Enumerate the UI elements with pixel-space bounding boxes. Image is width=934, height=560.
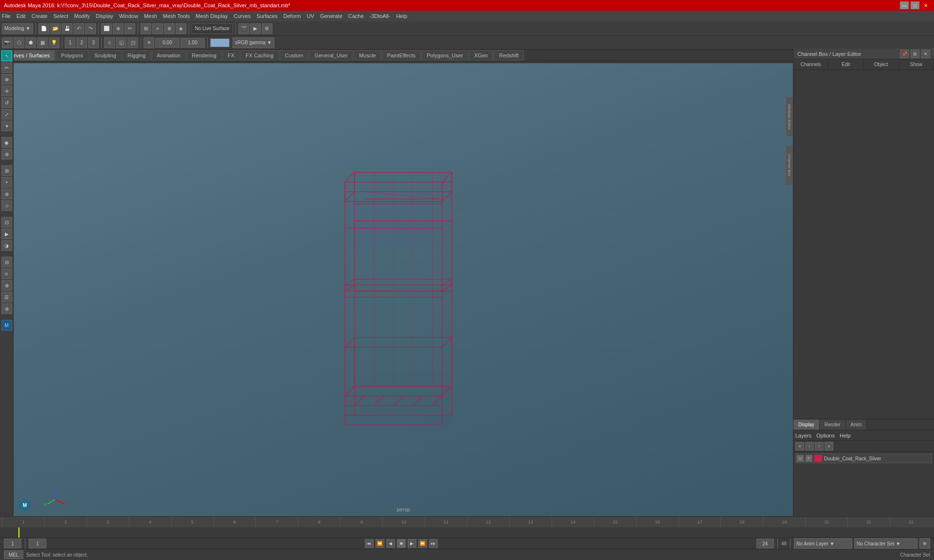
tab-rigging[interactable]: Rigging [122, 50, 151, 61]
gamma-dropdown[interactable]: sRGB gamma ▼ [233, 37, 274, 48]
menu-mesh[interactable]: Mesh [144, 13, 157, 19]
channel-box-lt-button[interactable]: ≡ [1, 268, 12, 279]
tab-muscle[interactable]: Muscle [354, 50, 381, 61]
tab-display[interactable]: Display [793, 420, 820, 430]
tab-general-user[interactable]: General_User [309, 50, 353, 61]
render-lt-button[interactable]: ▶ [1, 228, 12, 239]
workspace-dropdown[interactable]: Modeling ▼ [2, 23, 33, 34]
help-menu[interactable]: Help [840, 433, 851, 438]
tab-polygons[interactable]: Polygons [55, 50, 88, 61]
layers-nav-last[interactable]: » [825, 442, 833, 451]
undo-button[interactable]: ↶ [73, 23, 84, 34]
tab-painteffects[interactable]: PaintEffects [382, 50, 421, 61]
tab-polygons-user[interactable]: Polygons_User [421, 50, 468, 61]
end-frame-input[interactable] [756, 539, 774, 548]
char-set-dropdown[interactable]: No Character Set ▼ [854, 538, 917, 549]
universal-manip-button[interactable]: ✦ [1, 121, 12, 131]
show-manip-button[interactable]: ⊗ [1, 149, 12, 159]
tab-fx[interactable]: FX [222, 50, 240, 61]
light-button[interactable]: 💡 [49, 37, 59, 48]
open-file-button[interactable]: 📂 [50, 23, 61, 34]
render-settings-button[interactable]: ⚙ [262, 23, 272, 34]
select-mode-button[interactable]: ⬜ [101, 23, 112, 34]
save-file-button[interactable]: 💾 [62, 23, 72, 34]
menu-uv[interactable]: UV [307, 13, 314, 19]
playhead[interactable] [18, 527, 19, 538]
layers-nav-first[interactable]: « [795, 442, 804, 451]
menu-mesh-display[interactable]: Mesh Display [196, 13, 228, 19]
menu-file[interactable]: File [2, 13, 11, 19]
layers-menu[interactable]: Layers [795, 433, 811, 438]
menu-display[interactable]: Display [96, 13, 113, 19]
snap-to-grid-lt-button[interactable]: ⊞ [1, 165, 12, 176]
paint-button[interactable]: ✏ [125, 23, 135, 34]
no-live-surface-button[interactable]: No Live Surface [192, 23, 233, 34]
tab-show[interactable]: Show [899, 59, 934, 70]
menu-surfaces[interactable]: Surfaces [256, 13, 277, 19]
start-frame-input[interactable] [4, 539, 21, 548]
rp-float-button[interactable]: ⊞ [911, 50, 919, 58]
outliner-lt-button[interactable]: ☰ [1, 292, 12, 302]
skip-to-end-button[interactable]: ⏭ [429, 539, 438, 548]
value2-input[interactable] [180, 38, 205, 48]
wireframe-button[interactable]: ⬡ [14, 37, 24, 48]
tab-animation[interactable]: Animation [151, 50, 186, 61]
paint-select-button[interactable]: ✏ [1, 62, 12, 73]
close-button[interactable]: ✕ [921, 1, 930, 9]
menu-deform[interactable]: Deform [284, 13, 301, 19]
snap-to-view-lt-button[interactable]: ⊹ [1, 200, 12, 211]
textured-button[interactable]: ▦ [37, 37, 48, 48]
step-back-button[interactable]: ⏪ [376, 539, 384, 548]
layers-nav-next[interactable]: › [815, 442, 824, 451]
render-button[interactable]: 🎬 [238, 23, 249, 34]
menu-modify[interactable]: Modify [74, 13, 90, 19]
history-button[interactable]: ⊡ [1, 217, 12, 228]
channel-box-tab[interactable]: Channel Box [785, 146, 793, 185]
node-editor-lt-button[interactable]: ⊛ [1, 303, 12, 314]
snap-point-button[interactable]: ⊗ [164, 23, 175, 34]
viewport[interactable]: persp X Y Z M [14, 63, 793, 516]
lasso-select-button[interactable]: ⊕ [1, 74, 12, 85]
transform-pivot-button[interactable]: ⊕ [144, 37, 154, 48]
new-file-button[interactable]: 📄 [38, 23, 49, 34]
snap-to-curve-lt-button[interactable]: ⌖ [1, 177, 12, 188]
timeline-track[interactable] [0, 527, 934, 538]
res3-button[interactable]: 3 [88, 37, 99, 48]
menu-3dtall[interactable]: -3DtoAll- [370, 13, 391, 19]
tab-rendering[interactable]: Rendering [186, 50, 222, 61]
snap-to-point-lt-button[interactable]: ⊗ [1, 189, 12, 199]
menu-help[interactable]: Help [396, 13, 407, 19]
snap-grid-button[interactable]: ⊞ [141, 23, 151, 34]
rotate-button[interactable]: ↺ [1, 97, 12, 108]
tab-anim-layer[interactable]: Anim [846, 420, 867, 430]
tab-render-layer[interactable]: Render [820, 420, 846, 430]
ipr-button[interactable]: ▶ [250, 23, 261, 34]
camera-button[interactable]: 📷 [2, 37, 13, 48]
film-gate-button[interactable]: ◳ [127, 37, 138, 48]
menu-create[interactable]: Create [32, 13, 48, 19]
tab-fx-caching[interactable]: FX Caching [240, 50, 279, 61]
camera-gate-button[interactable]: ◱ [116, 37, 126, 48]
timeline-ruler[interactable]: 1 2 3 4 5 6 7 8 9 10 11 12 13 14 15 16 1… [0, 517, 934, 527]
layer-color-swatch[interactable] [814, 455, 822, 462]
attr-editor-lt-button[interactable]: ⊕ [1, 280, 12, 291]
menu-select[interactable]: Select [54, 13, 69, 19]
menu-edit[interactable]: Edit [17, 13, 26, 19]
layers-nav-prev[interactable]: ‹ [805, 442, 814, 451]
res1-button[interactable]: 1 [65, 37, 75, 48]
layer-visibility-toggle[interactable]: V [797, 455, 804, 462]
ipr-lt-button[interactable]: ◑ [1, 240, 12, 251]
menu-cache[interactable]: Cache [348, 13, 364, 19]
layer-playback-toggle[interactable]: P [806, 455, 812, 462]
step-forward-button[interactable]: ⏩ [418, 539, 427, 548]
options-menu[interactable]: Options [816, 433, 835, 438]
menu-window[interactable]: Window [119, 13, 138, 19]
color-swatch[interactable] [210, 38, 230, 47]
scale-button[interactable]: ⤢ [1, 109, 12, 120]
redo-button[interactable]: ↷ [85, 23, 96, 34]
rp-close-button[interactable]: ✕ [921, 50, 930, 58]
shaded-button[interactable]: ⬢ [25, 37, 36, 48]
value1-input[interactable] [155, 38, 180, 48]
play-back-button[interactable]: ◀ [386, 539, 395, 548]
select-button[interactable]: ↖ [1, 51, 12, 61]
